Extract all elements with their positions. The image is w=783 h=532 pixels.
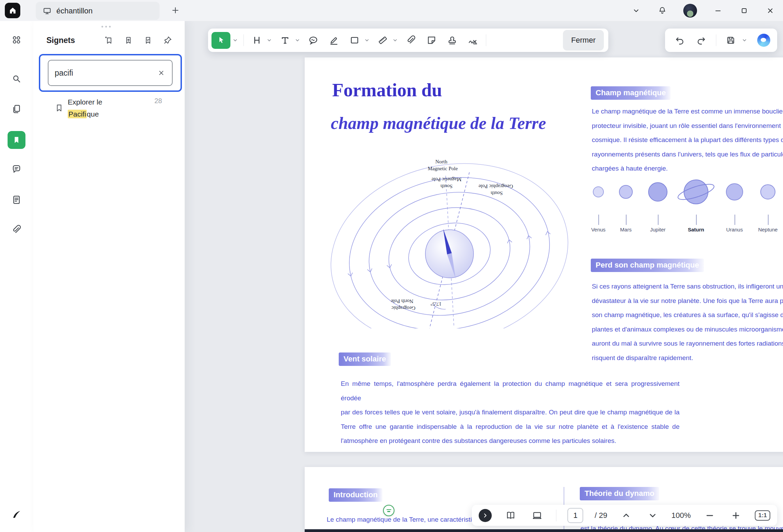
presentation-button[interactable] xyxy=(530,508,545,523)
doc-title-line2: champ magnétique de la Terre xyxy=(331,113,546,133)
text-line: Si ces rayons atteignent la Terre sans o… xyxy=(592,279,783,294)
maximize-button[interactable] xyxy=(739,6,749,16)
pin-button[interactable] xyxy=(163,36,172,45)
bookmarks-panel: Signets Explorer l xyxy=(33,21,185,532)
save-button[interactable] xyxy=(723,33,738,48)
bottom-edge-strip xyxy=(305,529,783,532)
signature-tool-button[interactable] xyxy=(465,33,480,48)
chevron-down-icon[interactable] xyxy=(392,37,398,43)
chevron-down-icon[interactable] xyxy=(267,37,272,43)
bookmark-result-item[interactable]: Explorer le Pacifique 28 xyxy=(33,95,185,134)
chevron-down-icon xyxy=(648,510,658,521)
ruler-icon xyxy=(378,35,388,45)
sidebar-item-thumbnails[interactable] xyxy=(8,101,25,117)
svg-text:Geographic: Geographic xyxy=(391,305,415,311)
stamp-tool-button[interactable] xyxy=(445,33,460,48)
collapse-toolbar-button[interactable] xyxy=(631,6,641,16)
home-button[interactable] xyxy=(5,3,20,18)
close-editor-button[interactable]: Fermer xyxy=(563,30,604,51)
zoom-level-label[interactable]: 100% xyxy=(671,511,690,520)
section-heading-perd: Perd son champ magnétique xyxy=(591,259,704,272)
page-number-input[interactable] xyxy=(567,508,583,523)
new-tab-button[interactable] xyxy=(170,4,181,16)
expand-panel-button[interactable] xyxy=(479,509,492,522)
shape-tool-button[interactable] xyxy=(347,33,362,48)
text-tool-button[interactable] xyxy=(278,33,293,48)
sidebar-item-attachments[interactable] xyxy=(8,221,25,238)
left-sidebar-rail xyxy=(0,21,33,532)
sticker-icon xyxy=(426,35,437,45)
paperclip-icon xyxy=(406,35,416,45)
doc-title-line1: Formation du xyxy=(332,79,442,101)
minimize-icon xyxy=(714,7,722,15)
attachment-tool-button[interactable] xyxy=(403,33,418,48)
svg-text:South: South xyxy=(440,184,453,189)
previous-page-button[interactable] xyxy=(619,508,634,523)
next-page-button[interactable] xyxy=(645,508,660,523)
chevron-down-icon[interactable] xyxy=(364,37,370,43)
planet-mars: Mars xyxy=(610,178,641,241)
chevron-down-icon[interactable] xyxy=(742,37,747,43)
avatar[interactable] xyxy=(683,4,697,18)
chevron-down-icon[interactable] xyxy=(232,37,238,43)
pdf-page-1[interactable]: Formation du champ magnétique de la Terr… xyxy=(305,57,783,452)
text-line: plantes et d'animaux complexes ou de min… xyxy=(592,322,783,337)
highlighter-tool-button[interactable] xyxy=(326,33,341,48)
cursor-icon xyxy=(217,36,226,45)
notifications-button[interactable] xyxy=(657,6,667,16)
select-tool-button[interactable] xyxy=(211,32,230,49)
bell-icon xyxy=(658,6,667,15)
bookmark-check-button[interactable] xyxy=(143,36,153,45)
maximize-icon xyxy=(740,7,748,15)
svg-text:17.5°: 17.5° xyxy=(431,301,442,307)
text-line: Le champ magnétique de la Terre, une car… xyxy=(327,512,483,527)
planet-jupiter: Jupiter xyxy=(642,178,673,241)
undo-button[interactable] xyxy=(672,33,687,48)
comment-annotation-marker[interactable] xyxy=(383,505,394,516)
bookmark-search-box[interactable] xyxy=(48,60,173,86)
text-line: dévastateur à la vie sur notre planète. … xyxy=(592,294,783,308)
text-line: chargées à haute énergie. xyxy=(592,161,783,176)
sidebar-item-bookmarks[interactable] xyxy=(8,131,25,149)
sticker-tool-button[interactable] xyxy=(424,33,439,48)
clear-search-button[interactable] xyxy=(157,68,166,77)
measure-tool-button[interactable] xyxy=(375,33,390,48)
slideshow-icon xyxy=(532,510,542,521)
panel-title: Signets xyxy=(46,36,75,45)
svg-text:Magnetic Pole: Magnetic Pole xyxy=(432,177,461,182)
section-heading-theorie: Théorie du dynamo xyxy=(580,487,659,500)
sidebar-item-comments[interactable] xyxy=(8,161,25,177)
sidebar-item-notes[interactable] xyxy=(8,192,25,208)
actual-size-button[interactable]: 1:1 xyxy=(755,510,770,521)
section-heading-introduction: Introduction xyxy=(329,488,382,502)
chevron-down-icon[interactable] xyxy=(295,37,300,43)
redo-button[interactable] xyxy=(694,33,709,48)
bookmark-icon xyxy=(12,135,21,145)
comment-tool-button[interactable] xyxy=(306,33,321,48)
minimize-button[interactable] xyxy=(713,6,723,16)
document-tab[interactable]: échantillon xyxy=(36,2,160,20)
section-heading-vent: Vent solaire xyxy=(339,352,391,366)
zoom-out-button[interactable] xyxy=(702,508,717,523)
close-window-button[interactable] xyxy=(765,6,775,16)
search-input[interactable] xyxy=(55,68,157,78)
svg-text:Geographic Pole: Geographic Pole xyxy=(478,184,513,189)
bookmark-add-button[interactable] xyxy=(124,36,133,45)
search-icon xyxy=(11,74,22,84)
heading-tool-button[interactable] xyxy=(249,33,264,48)
drag-handle-dots[interactable] xyxy=(101,26,111,28)
search-selection-outline xyxy=(39,54,182,92)
sidebar-item-dashboard[interactable] xyxy=(8,32,25,48)
page-layout-button[interactable] xyxy=(503,508,518,523)
text-line: par des forces telles que le vent solair… xyxy=(341,405,679,420)
zoom-in-button[interactable] xyxy=(728,508,743,523)
bookmark-sparkle-button[interactable] xyxy=(104,36,113,45)
paragraph-vent: En même temps, l'atmosphère perdra égale… xyxy=(341,377,679,448)
svg-text:North: North xyxy=(435,159,447,164)
sidebar-item-search[interactable] xyxy=(8,70,25,87)
ai-assistant-button[interactable] xyxy=(757,34,770,47)
app-logo-button[interactable] xyxy=(8,506,25,523)
notes-icon xyxy=(11,195,22,205)
document-canvas: Formation du champ magnétique de la Terr… xyxy=(185,21,783,532)
pages-icon xyxy=(11,104,22,114)
